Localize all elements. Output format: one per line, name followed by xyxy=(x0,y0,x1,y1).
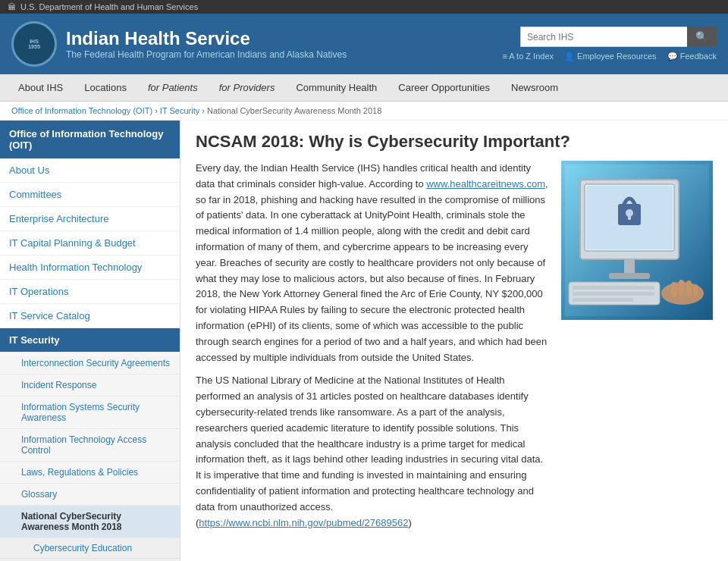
monitor-illustration xyxy=(565,165,709,316)
header-title: Indian Health Service The Federal Health… xyxy=(66,28,347,60)
sidebar-item-committees[interactable]: Committees xyxy=(0,183,180,207)
content-text: Every day, the Indian Health Service (IH… xyxy=(196,161,550,538)
nav-about-ihs[interactable]: About IHS xyxy=(8,74,74,101)
nav-locations[interactable]: Locations xyxy=(74,74,137,101)
svg-rect-16 xyxy=(686,280,692,296)
sidebar-item-incident-response[interactable]: Incident Response xyxy=(0,375,180,396)
ihs-logo: IHS1955 xyxy=(11,21,57,67)
sidebar-sub-it-security: Interconnection Security Agreements Inci… xyxy=(0,353,180,561)
sidebar-item-interconnection[interactable]: Interconnection Security Agreements xyxy=(0,353,180,375)
header-left: IHS1955 Indian Health Service The Federa… xyxy=(11,21,347,67)
svg-rect-17 xyxy=(693,284,698,296)
nav-career-opportunities[interactable]: Career Opportunities xyxy=(388,74,500,101)
sidebar-item-health-it[interactable]: Health Information Technology xyxy=(0,255,180,280)
site-subtitle: The Federal Health Program for American … xyxy=(66,49,347,60)
sidebar-item-it-capital-planning[interactable]: IT Capital Planning & Budget xyxy=(0,231,180,255)
sidebar-item-it-security[interactable]: IT Security xyxy=(0,328,180,353)
svg-rect-6 xyxy=(628,214,631,220)
svg-rect-11 xyxy=(573,292,654,296)
sidebar: Office of Information Technology (OIT) A… xyxy=(0,121,180,561)
svg-rect-14 xyxy=(671,282,677,297)
sidebar-item-ncsam-2018[interactable]: National CyberSecurity Awareness Month 2… xyxy=(0,506,180,538)
nav-for-providers[interactable]: for Providers xyxy=(209,74,286,101)
main-content: NCSAM 2018: Why is Cybersecurity Importa… xyxy=(180,121,728,561)
main-navbar: About IHS Locations for Patients for Pro… xyxy=(0,74,728,102)
healthcare-it-news-link[interactable]: www.healthcareitnews.com xyxy=(426,178,545,190)
svg-rect-10 xyxy=(573,286,654,290)
employee-resources-link[interactable]: 👤 Employee Resources xyxy=(564,52,657,61)
sidebar-item-enterprise-architecture[interactable]: Enterprise Architecture xyxy=(0,207,180,231)
svg-rect-8 xyxy=(609,273,650,279)
site-title: Indian Health Service xyxy=(66,28,347,49)
gov-link[interactable]: U.S. Department of Health and Human Serv… xyxy=(20,2,198,11)
content-paragraph-2: The US National Library of Medicine at t… xyxy=(196,373,550,531)
content-paragraph-1: Every day, the Indian Health Service (IH… xyxy=(196,161,550,365)
sidebar-title: Office of Information Technology (OIT) xyxy=(0,121,180,158)
sidebar-item-cybersecurity-education[interactable]: Cybersecurity Education xyxy=(0,538,180,559)
svg-rect-12 xyxy=(573,298,633,302)
header-right: 🔍 ≡ A to Z Index 👤 Employee Resources 💬 … xyxy=(502,27,717,61)
search-bar: 🔍 xyxy=(520,27,717,47)
cybersecurity-image xyxy=(561,161,713,320)
gov-icon: 🏛 xyxy=(8,2,16,11)
breadcrumb-it-security[interactable]: IT Security xyxy=(160,106,199,115)
az-index-link[interactable]: ≡ A to Z Index xyxy=(502,52,554,61)
sidebar-item-laws-regulations[interactable]: Laws, Regulations & Policies xyxy=(0,462,180,484)
header: IHS1955 Indian Health Service The Federa… xyxy=(0,14,728,74)
sidebar-item-glossary[interactable]: Glossary xyxy=(0,484,180,506)
breadcrumb-current: National CyberSecurity Awareness Month 2… xyxy=(207,106,381,115)
top-bar: 🏛 U.S. Department of Health and Human Se… xyxy=(0,0,728,14)
sidebar-item-it-access-control[interactable]: Information Technology Access Control xyxy=(0,429,180,462)
page-title: NCSAM 2018: Why is Cybersecurity Importa… xyxy=(196,132,713,152)
svg-rect-15 xyxy=(679,280,684,296)
main-layout: Office of Information Technology (OIT) A… xyxy=(0,121,728,561)
nav-community-health[interactable]: Community Health xyxy=(285,74,388,101)
search-button[interactable]: 🔍 xyxy=(687,27,717,47)
sidebar-item-info-systems-security[interactable]: Information Systems Security Awareness xyxy=(0,396,180,429)
svg-rect-7 xyxy=(624,259,635,274)
breadcrumb-oit[interactable]: Office of Information Technology (OIT) xyxy=(11,106,152,115)
search-input[interactable] xyxy=(520,27,687,47)
feedback-link[interactable]: 💬 Feedback xyxy=(667,52,717,61)
ncbi-link[interactable]: https://www.ncbi.nlm.nih.gov/pubmed/2768… xyxy=(199,517,408,528)
sidebar-item-it-service-catalog[interactable]: IT Service Catalog xyxy=(0,304,180,328)
header-links: ≡ A to Z Index 👤 Employee Resources 💬 Fe… xyxy=(502,52,717,61)
nav-for-patients[interactable]: for Patients xyxy=(137,74,209,101)
nav-newsroom[interactable]: Newsroom xyxy=(500,74,569,101)
breadcrumb: Office of Information Technology (OIT) ›… xyxy=(0,102,728,121)
sidebar-item-about-us[interactable]: About Us xyxy=(0,158,180,183)
sidebar-sub2-ncsam: Cybersecurity Education K - 12 Higher Ed… xyxy=(0,538,180,561)
sidebar-item-it-operations[interactable]: IT Operations xyxy=(0,280,180,304)
content-body: Every day, the Indian Health Service (IH… xyxy=(196,161,713,538)
